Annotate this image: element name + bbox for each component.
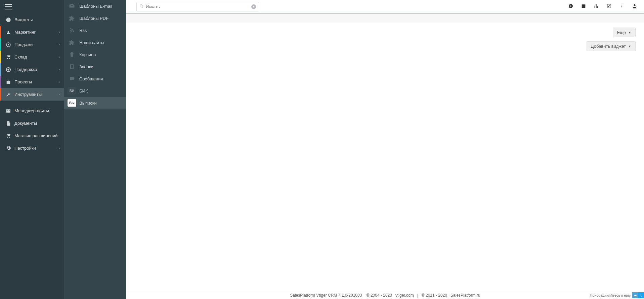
users-icon — [5, 29, 12, 35]
subsidebar-item-label: Шаблоны E-mail — [79, 4, 112, 9]
envelope-icon — [67, 2, 77, 10]
search-dropdown-icon[interactable]: ▾ — [251, 4, 256, 9]
subsidebar-item-calls[interactable]: Звонки — [64, 61, 126, 73]
sidebar-item-label: Документы — [14, 121, 60, 126]
sidebar-item-support[interactable]: Поддержка › — [0, 63, 64, 76]
svg-point-5 — [621, 5, 622, 5]
sidebar-item-documents[interactable]: Документы — [0, 117, 64, 129]
more-button[interactable]: Еще ▼ — [613, 28, 636, 37]
sidebar-item-label: Продажи — [14, 42, 59, 47]
sidebar-item-mail-manager[interactable]: Менеджер почты — [0, 105, 64, 117]
search-icon — [139, 4, 144, 9]
subsidebar-item-label: Наши сайты — [79, 40, 104, 45]
subsidebar-item-recycle-bin[interactable]: Корзина — [64, 48, 126, 61]
button-label: Добавить виджет — [591, 44, 626, 49]
social-cloud-icon[interactable]: ☁ — [632, 292, 638, 298]
document-icon — [5, 120, 12, 126]
subsidebar-item-label: Корзина — [79, 52, 96, 57]
hamburger-menu-icon[interactable] — [5, 4, 12, 9]
puzzle-icon — [67, 39, 77, 46]
phone-book-icon — [67, 63, 77, 70]
subsidebar-item-bik[interactable]: БИ БИК — [64, 85, 126, 97]
subsidebar-item-label: Сообщения — [79, 76, 103, 81]
sidebar-item-label: Инструменты — [14, 92, 59, 97]
sidebar-item-label: Маркетинг — [14, 30, 59, 35]
chat-icon — [67, 75, 77, 82]
mail-icon — [5, 108, 12, 114]
sidebar-item-label: Настройки — [14, 146, 59, 151]
main-content: ▾ Еще ▼ Добавить виджет ▼ — [126, 0, 644, 299]
add-widget-button[interactable]: Добавить виджет ▼ — [587, 41, 636, 51]
sidebar-item-inventory[interactable]: Склад › — [0, 51, 64, 63]
info-icon[interactable] — [619, 3, 625, 10]
footer-join-label: Присоединяйтесь к нам — [590, 293, 631, 297]
sidebar-item-label: Магазин расширений — [14, 133, 60, 138]
footer-sep: | — [417, 293, 418, 298]
subsidebar-item-label: Шаблоны PDF — [79, 16, 109, 21]
lifebuoy-icon — [5, 67, 12, 72]
svg-rect-6 — [621, 6, 622, 7]
calendar-icon[interactable] — [581, 3, 586, 10]
sidebar-item-tools[interactable]: Инструменты › — [0, 88, 64, 101]
sidebar-item-label: Поддержка — [14, 67, 59, 72]
reports-icon[interactable] — [594, 3, 599, 10]
footer-copyright1: © 2004 - 2020 — [367, 293, 392, 298]
dashboard-icon — [5, 17, 12, 23]
topbar: ▾ — [126, 0, 644, 13]
sidebar-item-label: Виджеты — [14, 17, 60, 22]
caret-down-icon: ▼ — [628, 31, 631, 34]
footer-product: SalesPlatform Vtiger CRM 7.1.0-201803 — [290, 293, 362, 298]
subsidebar-item-email-templates[interactable]: Шаблоны E-mail — [64, 0, 126, 12]
subsidebar-item-messages[interactable]: Сообщения — [64, 73, 126, 85]
subsidebar-item-label: Rss — [79, 28, 87, 33]
sidebar-item-label: Проекты — [14, 79, 59, 84]
module-badge: БИ — [68, 87, 76, 95]
chevron-right-icon: › — [59, 30, 60, 34]
subsidebar-item-label: Выписки — [79, 101, 97, 106]
chevron-right-icon: › — [59, 43, 60, 46]
subsidebar-item-label: Звонки — [79, 64, 93, 69]
sidebar-item-extension-store[interactable]: Магазин расширений — [0, 129, 64, 142]
footer-copyright2: © 2011 - 2020 — [422, 293, 447, 298]
target-icon — [5, 42, 12, 47]
subsidebar-item-label: БИК — [79, 88, 88, 94]
shopping-cart-icon — [5, 133, 12, 139]
puzzle-icon — [67, 14, 77, 22]
search-input[interactable] — [146, 4, 251, 9]
main-sidebar: Виджеты Маркетинг › Продажи › Склад › По… — [0, 0, 64, 299]
search-box[interactable]: ▾ — [136, 2, 259, 11]
footer: SalesPlatform Vtiger CRM 7.1.0-201803 © … — [126, 291, 644, 299]
subsidebar-item-pdf-templates[interactable]: Шаблоны PDF — [64, 12, 126, 24]
subsidebar-item-our-sites[interactable]: Наши сайты — [64, 36, 126, 48]
user-icon[interactable] — [632, 3, 637, 10]
add-icon[interactable] — [568, 3, 573, 10]
chevron-right-icon: › — [59, 92, 60, 96]
accent-divider — [126, 13, 644, 13]
subheader-bar — [126, 13, 644, 23]
trash-icon — [67, 51, 77, 58]
sidebar-item-projects[interactable]: Проекты › — [0, 76, 64, 88]
gear-icon — [5, 145, 12, 151]
chevron-right-icon: › — [59, 146, 60, 150]
svg-point-3 — [7, 69, 9, 70]
subsidebar-item-statements[interactable]: Вы Выписки — [64, 97, 126, 109]
briefcase-icon — [5, 79, 12, 85]
sidebar-item-widgets[interactable]: Виджеты — [0, 13, 64, 26]
module-badge: Вы — [68, 99, 76, 107]
sidebar-item-label: Склад — [14, 54, 59, 60]
sidebar-item-marketing[interactable]: Маркетинг › — [0, 26, 64, 38]
rss-icon — [67, 27, 77, 34]
sidebar-item-settings[interactable]: Настройки › — [0, 142, 64, 154]
footer-link-salesplatform[interactable]: SalesPlatform.ru — [450, 293, 480, 298]
tasks-icon[interactable] — [606, 3, 612, 10]
sidebar-item-sales[interactable]: Продажи › — [0, 38, 64, 51]
social-twitter-icon[interactable]: t — [638, 292, 644, 298]
button-label: Еще — [617, 30, 626, 35]
subsidebar-item-rss[interactable]: Rss — [64, 24, 126, 36]
wrench-icon — [5, 91, 12, 97]
footer-link-vtiger[interactable]: vtiger.com — [395, 293, 414, 298]
svg-point-1 — [8, 44, 9, 45]
chevron-right-icon: › — [59, 55, 60, 59]
sub-sidebar: Шаблоны E-mail Шаблоны PDF Rss Наши сайт… — [64, 0, 126, 299]
caret-down-icon: ▼ — [628, 45, 631, 48]
